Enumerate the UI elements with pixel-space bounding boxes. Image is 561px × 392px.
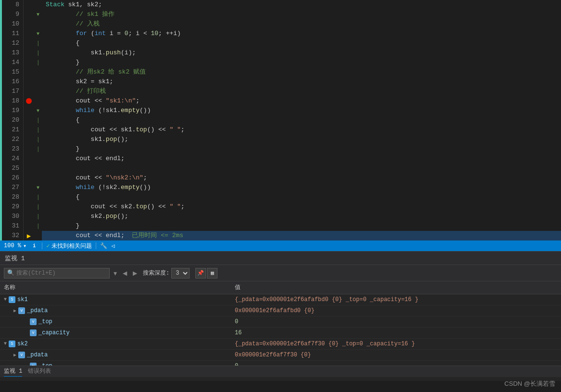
code-line-13: sk1.push(i); [42, 48, 561, 58]
sk2-pdata-label: _pdata [27, 352, 48, 358]
code-line-18: cout << "sk1:\n"; [42, 96, 561, 106]
sk1-top-icon: v [30, 318, 37, 325]
zoom-dropdown-icon[interactable]: ▾ [23, 242, 26, 250]
prev-btn[interactable]: ◀ [121, 269, 129, 278]
sk1-capacity-icon: v [30, 329, 37, 336]
code-line-23: } [42, 144, 561, 154]
watch-toolbar: 🔍 ▾ ◀ ▶ 搜索深度: 3 1 2 4 5 📌 ▦ [0, 265, 561, 281]
zoom-level[interactable]: 100 % ▾ [4, 242, 26, 250]
col-header-value: 值 [231, 281, 561, 294]
code-line-19: while (!sk1.empty()) [42, 106, 561, 115]
depth-select[interactable]: 3 1 2 4 5 [171, 268, 190, 278]
watch-search-wrap[interactable]: 🔍 [4, 268, 110, 278]
code-line-11: for (int i = 0; i < 10; ++i) [42, 29, 561, 38]
watch-row-sk1-capacity: v _capacity 16 [0, 327, 561, 338]
table-icon-btn[interactable]: ▦ [207, 268, 217, 278]
sk1-pdata-icon: v [18, 307, 25, 314]
code-line-8: Stack sk1, sk2; [42, 0, 561, 10]
code-line-9: // sk1 操作 [42, 10, 561, 19]
bottom-tabs: 监视 1 错误列表 [0, 366, 561, 377]
icon-btns: 📌 ▦ [195, 268, 217, 278]
depth-label: 搜索深度: [143, 269, 169, 277]
sk1-top-label: _top [38, 318, 52, 325]
intellisense-icon: i [30, 242, 38, 250]
watch-row-sk2: ▼ S sk2 {_pdata=0x000001e2f6af7f30 {0} _… [0, 338, 561, 349]
arrow-btn[interactable]: ◁ [111, 242, 115, 250]
watch-panel: 监视 1 🔍 ▾ ◀ ▶ 搜索深度: 3 1 2 4 5 📌 ▦ 名称 [0, 251, 561, 381]
code-line-25 [42, 164, 561, 173]
watch-table: 名称 值 ▼ S sk1 {_pdata=0x000001e2f6afafbd0… [0, 281, 561, 366]
code-line-17: // 打印栈 [42, 87, 561, 96]
status-bar: 100 % ▾ i ✓ 未找到相关问题 🔧 ◁ [0, 240, 561, 251]
watch-row-sk2-pdata: ▶ v _pdata 0x000001e2f6af7f30 {0} [0, 349, 561, 360]
code-line-28: { [42, 192, 561, 202]
sk2-struct-icon: S [9, 341, 15, 347]
sk1-capacity-label: _capacity [38, 329, 70, 336]
green-gutter-bar [0, 0, 2, 240]
code-line-20: { [42, 115, 561, 125]
expand-sk1-pdata-arrow[interactable]: ▶ [13, 308, 16, 314]
expand-sk1-arrow[interactable]: ▼ [4, 297, 7, 302]
watch-value-sk1-pdata: 0x000001e2f6afafbd0 {0} [231, 305, 561, 316]
sk1-label: sk1 [17, 296, 28, 303]
fold-column: ▼ ▼ │ │ │ ▼ │ │ │ │ ▼ │ │ │ │ [34, 0, 42, 240]
watch-title-text: 监视 1 [5, 254, 25, 263]
code-line-21: cout << sk1.top() << " "; [42, 125, 561, 135]
tab-watch1[interactable]: 监视 1 [4, 367, 22, 377]
code-line-15: // 用sk2 给 sk2 赋值 [42, 67, 561, 77]
gutter: ▶ [24, 0, 34, 240]
expand-sk2-arrow[interactable]: ▼ [4, 341, 7, 346]
watch-row-sk1: ▼ S sk1 {_pdata=0x000001e2f6afafbd0 {0} … [0, 294, 561, 305]
col-header-name: 名称 [0, 281, 231, 294]
separator2 [96, 242, 96, 249]
no-problems-indicator: ✓ 未找到相关问题 [46, 242, 92, 250]
code-line-16: sk2 = sk1; [42, 77, 561, 87]
line-numbers: 8 9 10 11 12 13 14 15 16 17 18 19 20 21 … [2, 0, 24, 240]
watch-row-sk1-pdata: ▶ v _pdata 0x000001e2f6afafbd0 {0} [0, 305, 561, 316]
code-line-10: // 入栈 [42, 19, 561, 29]
sk2-top-label: _top [38, 363, 52, 366]
search-icon: 🔍 [7, 269, 14, 277]
watch-name-sk1[interactable]: ▼ S sk1 [0, 294, 231, 305]
watch-row-sk2-top: v _top 0 [0, 360, 561, 366]
sk1-pdata-label: _pdata [27, 307, 48, 314]
code-line-24: cout << endl; [42, 154, 561, 164]
code-line-12: { [42, 38, 561, 48]
sk2-pdata-icon: v [18, 352, 25, 358]
breakpoint-line18 [26, 98, 32, 104]
sk1-struct-icon: S [9, 296, 15, 303]
watch-value-sk2-pdata: 0x000001e2f6af7f30 {0} [231, 349, 561, 360]
watch-table-wrap: 名称 值 ▼ S sk1 {_pdata=0x000001e2f6afafbd0… [0, 281, 561, 366]
separator [42, 242, 42, 249]
watch-name-sk1-top[interactable]: v _top [0, 316, 231, 327]
no-problems-text: 未找到相关问题 [51, 242, 92, 250]
expand-sk2-pdata-arrow[interactable]: ▶ [13, 352, 16, 358]
next-btn[interactable]: ▶ [131, 269, 139, 278]
watch-name-sk2-pdata[interactable]: ▶ v _pdata [0, 349, 231, 360]
watch-name-sk2[interactable]: ▼ S sk2 [0, 338, 231, 349]
code-line-26: cout << "\nsk2:\n"; [42, 173, 561, 183]
code-editor: 8 9 10 11 12 13 14 15 16 17 18 19 20 21 … [0, 0, 561, 240]
watch-row-sk1-top: v _top 0 [0, 316, 561, 327]
sk2-label: sk2 [17, 341, 28, 347]
watch-value-sk1-top: 0 [231, 316, 561, 327]
code-line-22: sk1.pop(); [42, 135, 561, 144]
watch-name-sk1-capacity[interactable]: v _capacity [0, 327, 231, 338]
watch-name-sk1-pdata[interactable]: ▶ v _pdata [0, 305, 231, 316]
tab-error-list[interactable]: 错误列表 [28, 367, 51, 376]
code-line-31: } [42, 221, 561, 231]
watch-value-sk1: {_pdata=0x000001e2f6afafbd0 {0} _top=0 _… [231, 294, 561, 305]
sk2-top-icon: v [30, 363, 37, 366]
watch-value-sk1-capacity: 16 [231, 327, 561, 338]
zoom-value: 100 % [4, 242, 21, 249]
code-content: Stack sk1, sk2; // sk1 操作 // 入栈 for (int… [42, 0, 561, 240]
code-line-27: while (!sk2.empty()) [42, 183, 561, 192]
watch-name-sk2-top[interactable]: v _top [0, 360, 231, 366]
watermark: CSDN @长满若雪 [504, 379, 555, 388]
code-line-32: cout << endl; 已用时间 <= 2ms [42, 231, 561, 240]
watch-panel-title: 监视 1 [0, 252, 561, 265]
pin-icon-btn[interactable]: 📌 [195, 268, 206, 278]
watch-search-input[interactable] [16, 270, 106, 277]
search-down-btn[interactable]: ▾ [112, 268, 119, 278]
tools-btn[interactable]: 🔧 [100, 242, 107, 250]
